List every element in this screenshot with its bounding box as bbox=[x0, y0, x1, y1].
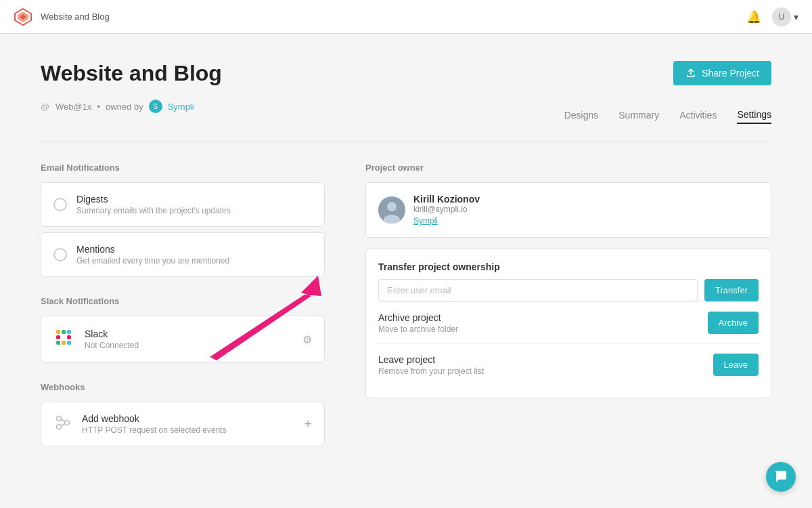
owner-email: kirill@sympli.io bbox=[413, 205, 480, 214]
owner-card: Kirill Kozionov kirill@sympli.io Sympli bbox=[365, 182, 771, 238]
chat-button[interactable] bbox=[766, 462, 796, 492]
owner-avatar bbox=[378, 196, 405, 224]
email-notifications-section: Email Notifications Digests Summary emai… bbox=[41, 163, 325, 277]
share-icon bbox=[685, 68, 696, 79]
actions-card: Transfer project ownership Transfer Arch… bbox=[365, 249, 771, 398]
add-webhook-button[interactable]: + bbox=[304, 417, 312, 432]
share-project-button[interactable]: Share Project bbox=[673, 61, 771, 85]
webhook-desc: HTTP POST request on selected events bbox=[82, 425, 294, 435]
user-avatar: U bbox=[772, 7, 791, 26]
svg-rect-9 bbox=[62, 341, 66, 345]
digests-desc: Summary emails with the project's update… bbox=[76, 206, 312, 215]
owned-by-label: owned by bbox=[106, 102, 143, 112]
project-owner-title: Project owner bbox=[365, 163, 771, 173]
transfer-button[interactable]: Transfer bbox=[704, 279, 759, 301]
svg-rect-6 bbox=[62, 330, 66, 334]
svg-point-18 bbox=[387, 202, 397, 211]
slack-status: Not Connected bbox=[85, 341, 293, 350]
mentions-radio[interactable] bbox=[53, 248, 67, 261]
svg-point-15 bbox=[65, 421, 70, 425]
digests-card: Digests Summary emails with the project'… bbox=[41, 182, 325, 227]
left-column: Email Notifications Digests Summary emai… bbox=[41, 163, 325, 465]
archive-text: Archive project Move to archive folder bbox=[378, 312, 458, 334]
tab-settings[interactable]: Settings bbox=[737, 109, 771, 124]
notification-icon[interactable]: 🔔 bbox=[746, 9, 761, 24]
slack-title: Slack bbox=[85, 329, 293, 339]
svg-rect-8 bbox=[67, 335, 71, 339]
owner-meta-link[interactable]: Sympli bbox=[168, 102, 194, 112]
meta-separator: • bbox=[97, 102, 100, 112]
topnav-title: Website and Blog bbox=[41, 12, 110, 22]
at-icon: @ bbox=[41, 102, 50, 111]
subheader: @ Web@1x • owned by S Sympli Designs Sum… bbox=[41, 100, 771, 142]
page-header: Website and Blog Share Project bbox=[41, 61, 771, 86]
webhook-icon bbox=[53, 413, 72, 432]
webhook-icon-wrap bbox=[53, 413, 72, 435]
slack-icon bbox=[53, 327, 75, 349]
slack-notifications-section: Slack Notifications bbox=[41, 296, 325, 363]
slack-notifications-title: Slack Notifications bbox=[41, 296, 325, 306]
leave-title: Leave project bbox=[378, 354, 484, 365]
svg-rect-11 bbox=[67, 341, 71, 345]
svg-point-16 bbox=[57, 425, 62, 429]
transfer-title: Transfer project ownership bbox=[378, 261, 759, 272]
transfer-row: Transfer bbox=[378, 279, 759, 301]
nav-tabs: Designs Summary Activities Settings bbox=[564, 109, 771, 124]
slack-icon-wrap bbox=[53, 327, 75, 352]
svg-rect-5 bbox=[56, 330, 60, 334]
page-title: Website and Blog bbox=[41, 61, 222, 86]
slack-settings-button[interactable]: ⚙ bbox=[302, 333, 312, 346]
tab-activities[interactable]: Activities bbox=[679, 110, 717, 123]
owner-meta-avatar: S bbox=[149, 100, 162, 113]
tab-summary[interactable]: Summary bbox=[618, 110, 659, 123]
main-content: Email Notifications Digests Summary emai… bbox=[41, 163, 771, 465]
transfer-email-input[interactable] bbox=[378, 279, 698, 301]
mentions-card: Mentions Get emailed every time you are … bbox=[41, 232, 325, 277]
leave-row: Leave project Remove from your project l… bbox=[378, 343, 759, 385]
webhook-title: Add webhook bbox=[82, 413, 294, 424]
chat-icon bbox=[773, 469, 788, 484]
right-column: Project owner Kirill Kozionov kirill@sym… bbox=[365, 163, 771, 465]
mentions-title: Mentions bbox=[76, 244, 312, 255]
email-notifications-title: Email Notifications bbox=[41, 163, 325, 173]
archive-button[interactable]: Archive bbox=[708, 312, 759, 334]
webhook-text: Add webhook HTTP POST request on selecte… bbox=[82, 413, 294, 435]
leave-text: Leave project Remove from your project l… bbox=[378, 354, 484, 376]
leave-desc: Remove from your project list bbox=[378, 366, 484, 376]
svg-rect-7 bbox=[67, 330, 71, 334]
digests-title: Digests bbox=[76, 194, 312, 205]
slack-text: Slack Not Connected bbox=[85, 329, 293, 350]
leave-button[interactable]: Leave bbox=[713, 354, 759, 376]
archive-desc: Move to archive folder bbox=[378, 324, 458, 334]
version-label: Web@1x bbox=[55, 102, 91, 112]
mentions-desc: Get emailed every time you are mentioned bbox=[76, 256, 312, 266]
svg-rect-10 bbox=[56, 341, 60, 345]
tab-designs[interactable]: Designs bbox=[564, 110, 599, 123]
svg-text:@: @ bbox=[41, 102, 49, 111]
topnav-right: 🔔 U ▾ bbox=[746, 7, 798, 26]
svg-rect-4 bbox=[56, 335, 60, 339]
digests-text: Digests Summary emails with the project'… bbox=[76, 194, 312, 215]
topnav: Website and Blog 🔔 U ▾ bbox=[0, 0, 812, 34]
archive-title: Archive project bbox=[378, 312, 458, 323]
topnav-left: Website and Blog bbox=[14, 7, 110, 26]
transfer-ownership-section: Transfer project ownership Transfer bbox=[378, 261, 759, 301]
page-meta: @ Web@1x • owned by S Sympli bbox=[41, 100, 194, 113]
owner-info: Kirill Kozionov kirill@sympli.io Sympli bbox=[413, 194, 480, 226]
webhooks-title: Webhooks bbox=[41, 382, 325, 392]
webhooks-section: Webhooks Add webhook HTTP POST request o… bbox=[41, 382, 325, 446]
digests-radio[interactable] bbox=[53, 198, 67, 211]
user-menu[interactable]: U ▾ bbox=[772, 7, 798, 26]
slack-card: Slack Not Connected ⚙ bbox=[41, 316, 325, 363]
archive-row: Archive project Move to archive folder A… bbox=[378, 301, 759, 343]
owner-name: Kirill Kozionov bbox=[413, 194, 480, 205]
add-webhook-card: Add webhook HTTP POST request on selecte… bbox=[41, 402, 325, 446]
page-content: Website and Blog Share Project @ Web@1x … bbox=[0, 34, 812, 492]
chevron-down-icon: ▾ bbox=[794, 12, 798, 22]
svg-point-14 bbox=[57, 417, 62, 421]
app-logo[interactable] bbox=[14, 7, 32, 26]
owner-profile-link[interactable]: Sympli bbox=[413, 216, 438, 226]
mentions-text: Mentions Get emailed every time you are … bbox=[76, 244, 312, 266]
